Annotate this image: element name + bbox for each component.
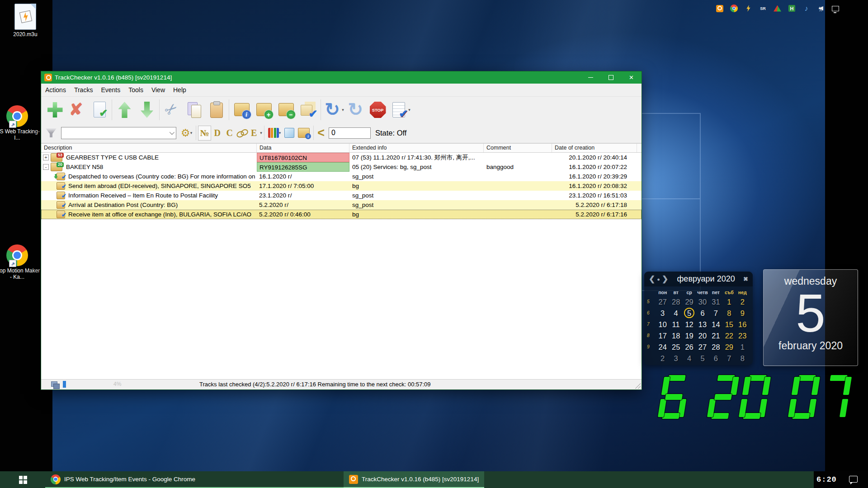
filter-letter-button-2[interactable]: C: [223, 126, 236, 140]
filter-letter-button-3[interactable]: [236, 126, 248, 140]
tray-lightning-icon[interactable]: [744, 4, 753, 13]
archive-filter-button[interactable]: [283, 125, 296, 141]
event-row[interactable]: Send item abroad (EDI-received), SINGAPO…: [41, 181, 642, 191]
settings-button[interactable]: ⚙▾: [179, 125, 194, 141]
title-bar[interactable]: TrackChecker v1.0.16 (b485) [sv20191214]…: [41, 71, 642, 84]
event-row[interactable]: Despatched to overseas (Country code: BG…: [41, 172, 642, 181]
calendar-day[interactable]: 26: [683, 342, 696, 352]
calendar-day[interactable]: 3: [669, 353, 682, 364]
event-row[interactable]: Information Received – Item En Route to …: [41, 191, 642, 200]
event-row[interactable]: Receive item at office of exchange (Inb)…: [41, 210, 642, 219]
calendar-day[interactable]: 28: [709, 342, 722, 352]
down-button[interactable]: [136, 98, 158, 122]
filter-letter-button-4[interactable]: E: [248, 126, 260, 140]
menu-help[interactable]: Help: [169, 84, 190, 95]
resize-grip[interactable]: [635, 383, 641, 389]
calendar-day[interactable]: 25: [669, 342, 682, 352]
calendar-day[interactable]: 5: [696, 353, 709, 364]
calendar-day[interactable]: 17: [656, 330, 669, 341]
calendar-next-button[interactable]: ❯: [662, 274, 669, 284]
calendar-day[interactable]: 3: [656, 308, 669, 319]
event-row[interactable]: Arrival at Destination Post (Country: BG…: [41, 200, 642, 210]
tray-note-icon[interactable]: ♪: [802, 4, 811, 13]
tray-sr-icon[interactable]: SR: [759, 4, 767, 13]
tray-network-icon[interactable]: [831, 4, 840, 13]
calendar-prev-button[interactable]: ❮: [649, 274, 656, 284]
count-input[interactable]: [329, 127, 371, 139]
filter-button[interactable]: [44, 125, 58, 141]
up-button[interactable]: [113, 98, 136, 122]
calendar-day[interactable]: 9: [736, 308, 749, 319]
collapse-icon[interactable]: -: [43, 164, 49, 170]
filter-letter-button-0[interactable]: №: [198, 126, 211, 141]
flags-filter-button[interactable]: ▾: [266, 125, 283, 141]
cut-button[interactable]: [161, 98, 183, 122]
column-header-comment[interactable]: Comment: [484, 144, 552, 152]
package-info-filter-button[interactable]: [296, 125, 311, 141]
delete-button[interactable]: [66, 98, 88, 122]
menu-view[interactable]: View: [147, 84, 169, 95]
calendar-day[interactable]: 15: [722, 319, 736, 330]
desktop-icon-m3u[interactable]: 2020.m3u: [2, 4, 49, 38]
calendar-day[interactable]: 28: [669, 296, 682, 307]
calendar-day[interactable]: 29: [683, 296, 696, 307]
calendar-day[interactable]: 4: [669, 308, 682, 319]
calendar-close-icon[interactable]: ✖: [743, 276, 748, 282]
calendar-day[interactable]: 24: [656, 342, 669, 352]
column-header-date-of-creation[interactable]: Date of creation: [552, 144, 637, 152]
calendar-day[interactable]: 13: [696, 319, 709, 330]
menu-events[interactable]: Events: [97, 84, 124, 95]
calendar-day-selected[interactable]: 5: [683, 308, 696, 319]
calendar-day[interactable]: 18: [669, 330, 682, 341]
calendar-day[interactable]: 20: [696, 330, 709, 341]
stop-button[interactable]: [367, 98, 389, 122]
refresh2-button[interactable]: [344, 98, 367, 122]
chklist-button[interactable]: ▾: [389, 98, 411, 122]
expand-icon[interactable]: +: [43, 155, 49, 160]
tray-speaker-icon[interactable]: )): [816, 4, 825, 13]
tray-triangle-icon[interactable]: [773, 4, 782, 13]
calendar-day[interactable]: 8: [722, 308, 736, 319]
calendar-day[interactable]: 27: [656, 296, 669, 307]
calendar-day[interactable]: 11: [669, 319, 682, 330]
calendar-day[interactable]: 23: [736, 330, 749, 341]
close-button[interactable]: ✕: [621, 71, 642, 84]
calendar-day[interactable]: 12: [683, 319, 696, 330]
refresh-button[interactable]: ▾: [322, 98, 344, 122]
menu-actions[interactable]: Actions: [41, 84, 70, 95]
calendar-day[interactable]: 7: [709, 308, 722, 319]
calendar-day[interactable]: 2: [736, 296, 749, 307]
dropdown-arrow-icon[interactable]: ▾: [260, 131, 262, 135]
add-button[interactable]: [44, 98, 66, 122]
minimize-button[interactable]: [580, 71, 601, 84]
calendar-day[interactable]: 7: [722, 353, 736, 364]
calendar-day[interactable]: 1: [736, 342, 749, 352]
calendar-day[interactable]: 16: [736, 319, 749, 330]
tray-h-icon[interactable]: H: [788, 4, 796, 13]
calendar-day[interactable]: 30: [696, 296, 709, 307]
pkgrem-button[interactable]: [275, 98, 297, 122]
column-header-extended-info[interactable]: Extended info: [349, 144, 484, 152]
pkgschk-button[interactable]: [297, 98, 319, 122]
column-header-data[interactable]: Data: [257, 144, 349, 152]
paste-button[interactable]: [205, 98, 227, 122]
action-center-icon[interactable]: [849, 476, 858, 483]
calendar-day[interactable]: 6: [709, 353, 722, 364]
calendar-day[interactable]: 31: [709, 296, 722, 307]
column-header-description[interactable]: Description: [41, 144, 257, 152]
calendar-day[interactable]: 14: [709, 319, 722, 330]
track-row[interactable]: -20BAKEEY N58RY919126285SG05 (20) Servic…: [41, 162, 642, 172]
calendar-day[interactable]: 29: [722, 342, 736, 352]
pkgadd-button[interactable]: [253, 98, 275, 122]
taskbar-button-chrome[interactable]: IPS Web Tracking/Item Events - Google Ch…: [45, 471, 344, 488]
tray-trackchecker-icon[interactable]: [715, 4, 724, 13]
menu-tools[interactable]: Tools: [124, 84, 147, 95]
desktop-icon-stop-motion-maker[interactable]: ↗ Stop Motion Maker - Ka...: [0, 244, 41, 280]
filter-combobox[interactable]: [61, 127, 176, 139]
accept-button[interactable]: [88, 98, 110, 122]
filter-letter-button-1[interactable]: D: [211, 126, 223, 140]
desktop-icon-ips-web-tracking[interactable]: ↗ IPS Web Tracking-I...: [0, 105, 41, 141]
calendar-day[interactable]: 10: [656, 319, 669, 330]
taskbar-clock[interactable]: 6:20: [816, 471, 837, 488]
track-row[interactable]: +53GEARBEST TYPE C USB CABLEUT816780102C…: [41, 153, 642, 162]
